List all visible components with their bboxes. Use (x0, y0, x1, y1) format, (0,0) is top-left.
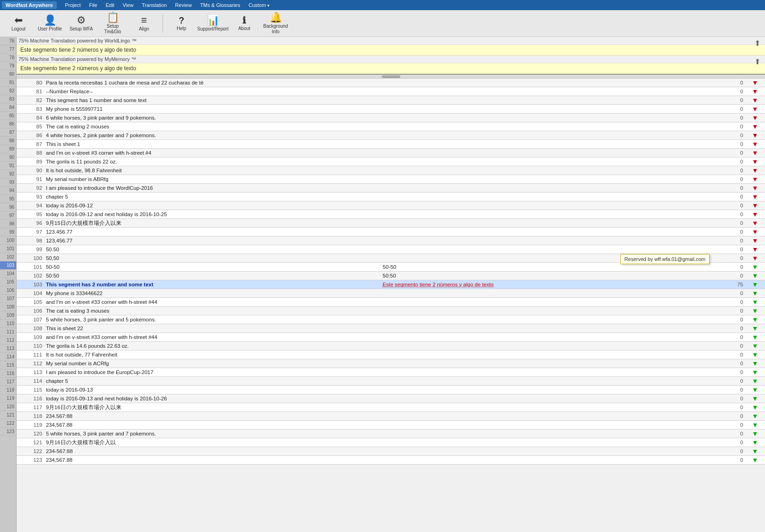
seg-source[interactable]: The gorila is 11 pounds 22 oz. (44, 157, 380, 166)
table-row[interactable]: 115today is 2016-09-130▼ (17, 386, 765, 394)
seg-flag[interactable]: ▼ (745, 228, 765, 236)
table-row[interactable]: 93chapter 50▼ (17, 193, 765, 201)
segments-table-wrap[interactable]: 80Para la receta necesitas 1 cuchara de … (17, 79, 765, 532)
table-row[interactable]: 1219月16日の大規模市場介入以0▼ (17, 438, 765, 447)
seg-source[interactable]: 50,50 (44, 254, 380, 263)
seg-flag[interactable]: ▼ (745, 421, 765, 429)
seg-flag[interactable]: ▼ (745, 298, 765, 307)
seg-flag[interactable]: ▼ (745, 324, 765, 333)
seg-target[interactable] (381, 412, 717, 421)
seg-target[interactable] (381, 79, 717, 87)
seg-flag[interactable]: ▼ (745, 184, 765, 193)
seg-flag[interactable]: ▼ (745, 280, 765, 289)
seg-source[interactable]: This segment has 1 number and some text (44, 96, 380, 105)
seg-flag[interactable]: ▼ (745, 96, 765, 105)
table-row[interactable]: 110The gorila is 14.6 pounds 22.63 oz.0▼ (17, 342, 765, 351)
seg-source[interactable]: --Number Replace-- (44, 87, 380, 96)
table-row[interactable]: 113I am pleased to introduce the EuropCu… (17, 368, 765, 377)
seg-source[interactable]: chapter 5 (44, 193, 380, 201)
seg-target[interactable] (381, 105, 717, 114)
seg-target[interactable] (381, 193, 717, 201)
seg-flag[interactable]: ▼ (745, 386, 765, 394)
seg-target[interactable]: Este segmento tiene 2 números y algo de … (381, 280, 717, 289)
seg-flag[interactable]: ▼ (745, 342, 765, 351)
seg-target[interactable] (381, 456, 717, 465)
seg-flag[interactable]: ▼ (745, 236, 765, 245)
seg-source[interactable]: My serial number is ABRfg (44, 175, 380, 184)
menu-tms-glossaries[interactable]: TMs & Glossaries (196, 1, 244, 9)
seg-target[interactable] (381, 447, 717, 456)
seg-target[interactable] (381, 114, 717, 122)
table-row[interactable]: 122234-567:880▼ (17, 447, 765, 456)
seg-flag[interactable]: ▼ (745, 157, 765, 166)
seg-target[interactable] (381, 289, 717, 298)
user-profile-button[interactable]: 👤 User Profile (35, 12, 65, 35)
seg-target[interactable] (381, 438, 717, 447)
menu-custom[interactable]: Custom (245, 1, 273, 9)
table-row[interactable]: 103This segment has 2 number and some te… (17, 280, 765, 289)
seg-target[interactable] (381, 140, 717, 149)
seg-source[interactable]: 5 white horses, 3 pink panter and 5 poke… (44, 315, 380, 324)
seg-flag[interactable]: ▼ (745, 149, 765, 157)
seg-target[interactable] (381, 149, 717, 157)
table-row[interactable]: 109and I'm on v-street #33 corner with h… (17, 333, 765, 342)
seg-source[interactable]: This is sheet 22 (44, 324, 380, 333)
mt-scrollbar[interactable] (17, 75, 765, 79)
table-row[interactable]: 123234,567.880▼ (17, 456, 765, 465)
seg-flag[interactable]: ▼ (745, 122, 765, 131)
setup-tm-glo-button[interactable]: 📋 Setup Tm&Glo (98, 12, 127, 35)
table-row[interactable]: 106The cat is eating 3 mouses0▼ (17, 307, 765, 315)
table-row[interactable]: 80Para la receta necesitas 1 cuchara de … (17, 79, 765, 87)
seg-source[interactable]: today is 2016-09-12 and next holiday is … (44, 210, 380, 219)
seg-flag[interactable]: ▼ (745, 263, 765, 272)
mt-translation-2[interactable]: Este segmento tiene 2 números y algo de … (17, 63, 765, 74)
table-row[interactable]: 82This segment has 1 number and some tex… (17, 96, 765, 105)
seg-target[interactable] (381, 184, 717, 193)
seg-target[interactable] (381, 166, 717, 175)
seg-target[interactable] (381, 96, 717, 105)
menu-review[interactable]: Review (171, 1, 195, 9)
seg-flag[interactable]: ▼ (745, 79, 765, 87)
seg-source[interactable]: 6 white horses, 3 pink panter and 9 poke… (44, 114, 380, 122)
seg-target[interactable] (381, 324, 717, 333)
seg-source[interactable]: My phone is 333446622 (44, 289, 380, 298)
align-button[interactable]: ≡ Align (129, 12, 159, 35)
menu-project[interactable]: Project (61, 1, 84, 9)
mt-upload-btn-1[interactable]: ⬆ (752, 38, 763, 48)
logout-button[interactable]: ⬅ Logout (4, 12, 33, 35)
app-title[interactable]: Wordfast Anywhere (2, 1, 57, 9)
seg-target[interactable] (381, 403, 717, 412)
seg-source[interactable]: 234,567.88 (44, 456, 380, 465)
seg-source[interactable]: 50.50 (44, 245, 380, 254)
seg-flag[interactable]: ▼ (745, 333, 765, 342)
seg-source[interactable]: 123,456.77 (44, 236, 380, 245)
seg-flag[interactable]: ▼ (745, 210, 765, 219)
seg-flag[interactable]: ▼ (745, 412, 765, 421)
seg-source[interactable]: 50-50 (44, 263, 380, 272)
seg-source[interactable]: It is hot outside, 98.8 Fahrenheit (44, 166, 380, 175)
table-row[interactable]: 89The gorila is 11 pounds 22 oz.0▼ (17, 157, 765, 166)
seg-source[interactable]: It is hot outside, 77 Fahrenheit (44, 351, 380, 359)
help-button[interactable]: ? Help (167, 12, 196, 35)
table-row[interactable]: 98123,456.770▼ (17, 236, 765, 245)
seg-target[interactable] (381, 377, 717, 386)
menu-view[interactable]: View (119, 1, 138, 9)
seg-target[interactable] (381, 122, 717, 131)
seg-target[interactable] (381, 298, 717, 307)
seg-target[interactable] (381, 236, 717, 245)
seg-flag[interactable]: ▼ (745, 359, 765, 368)
table-row[interactable]: 87This is sheet 10▼ (17, 140, 765, 149)
seg-source[interactable]: 234.567:88 (44, 412, 380, 421)
about-button[interactable]: ℹ About (229, 12, 259, 35)
table-row[interactable]: 88and I'm on v-street #3 corner with h-s… (17, 149, 765, 157)
seg-source[interactable]: The gorila is 14.6 pounds 22.63 oz. (44, 342, 380, 351)
menu-translation[interactable]: Translation (138, 1, 170, 9)
mt-upload-btn-2[interactable]: ⬆ (752, 56, 763, 67)
seg-source[interactable]: 5 white horses, 3 pink panter and 7 poke… (44, 429, 380, 438)
seg-flag[interactable]: ▼ (745, 245, 765, 254)
seg-flag[interactable]: ▼ (745, 447, 765, 456)
table-row[interactable]: 91My serial number is ABRfg0▼ (17, 175, 765, 184)
seg-target[interactable] (381, 429, 717, 438)
mt-translation-1[interactable]: Este segmento tiene 2 números y algo de … (17, 45, 765, 55)
table-row[interactable]: 105and I'm on v-street #33 corner with h… (17, 298, 765, 307)
